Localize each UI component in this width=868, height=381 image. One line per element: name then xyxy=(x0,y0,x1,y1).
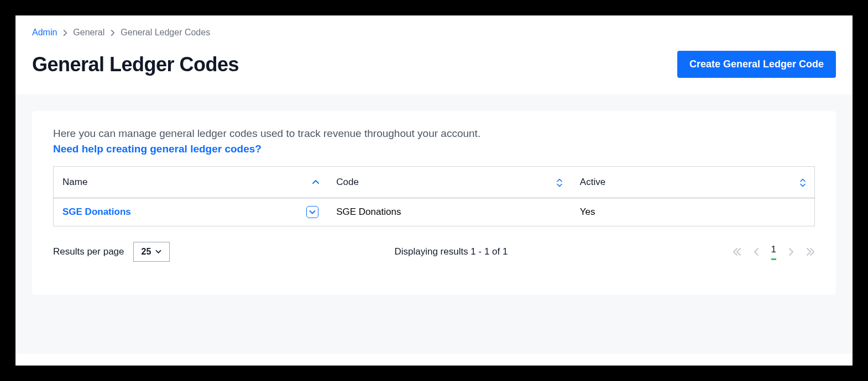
column-label: Code xyxy=(336,177,359,187)
cell-active: Yes xyxy=(571,198,815,226)
create-general-ledger-code-button[interactable]: Create General Ledger Code xyxy=(677,51,836,78)
column-header-code[interactable]: Code xyxy=(327,167,571,198)
pagination-controls: 1 xyxy=(733,244,815,260)
column-label: Name xyxy=(62,177,87,187)
content-area: Here you can manage general ledger codes… xyxy=(15,94,853,354)
expand-row-toggle[interactable] xyxy=(306,206,318,218)
breadcrumb-current: General Ledger Codes xyxy=(121,28,210,38)
per-page-value: 25 xyxy=(142,247,151,257)
ledger-code-name-link[interactable]: SGE Donations xyxy=(62,207,131,218)
page-title: General Ledger Codes xyxy=(32,53,239,76)
prev-page-button[interactable] xyxy=(754,248,759,256)
intro-text: Here you can manage general ledger codes… xyxy=(53,128,815,140)
sort-asc-icon xyxy=(312,178,320,186)
last-page-button[interactable] xyxy=(806,248,815,256)
first-page-button[interactable] xyxy=(733,248,741,256)
current-page[interactable]: 1 xyxy=(771,244,776,260)
column-header-active[interactable]: Active xyxy=(571,167,815,198)
help-link[interactable]: Need help creating general ledger codes? xyxy=(53,143,262,155)
pagination-status: Displaying results 1 - 1 of 1 xyxy=(394,246,508,257)
per-page-label: Results per page xyxy=(53,246,124,257)
table-header-row: Name Code Active xyxy=(54,167,815,198)
cell-code: SGE Donations xyxy=(327,198,571,226)
breadcrumb-general: General xyxy=(73,28,104,38)
sort-both-icon xyxy=(799,178,807,186)
sort-both-icon xyxy=(556,178,563,186)
pagination-left: Results per page 25 xyxy=(53,242,170,262)
ledger-codes-table: Name Code Active xyxy=(53,166,815,226)
table-row: SGE Donations SGE Donations Yes xyxy=(54,198,815,226)
column-header-name[interactable]: Name xyxy=(54,167,328,198)
chevron-down-icon xyxy=(155,250,161,254)
pagination-row: Results per page 25 Displaying results 1… xyxy=(53,242,815,262)
next-page-button[interactable] xyxy=(788,248,794,256)
chevron-right-icon xyxy=(110,30,115,36)
app-frame: Admin General General Ledger Codes Gener… xyxy=(11,11,857,370)
per-page-select[interactable]: 25 xyxy=(133,242,170,262)
cell-name: SGE Donations xyxy=(54,198,328,226)
card: Here you can manage general ledger codes… xyxy=(32,111,836,295)
breadcrumb-admin[interactable]: Admin xyxy=(32,28,57,38)
column-label: Active xyxy=(580,177,605,187)
chevron-right-icon xyxy=(62,30,67,36)
top-area: Admin General General Ledger Codes Gener… xyxy=(15,15,853,94)
breadcrumb: Admin General General Ledger Codes xyxy=(32,28,836,38)
header-row: General Ledger Codes Create General Ledg… xyxy=(32,51,836,78)
